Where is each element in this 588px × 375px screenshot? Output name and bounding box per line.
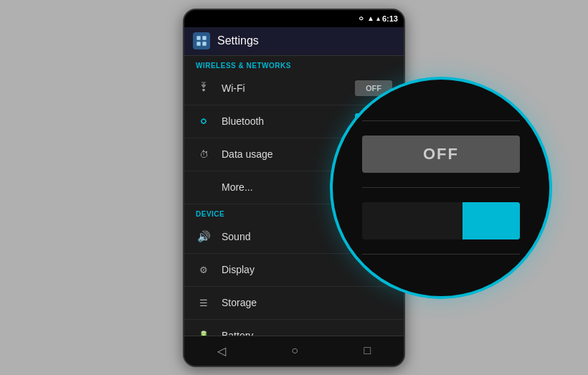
signal-icon: ▲ — [367, 14, 374, 22]
recents-button[interactable]: □ — [353, 338, 383, 363]
svg-rect-2 — [196, 42, 200, 45]
app-header: Settings — [184, 27, 404, 56]
sound-icon: 🔊 — [196, 230, 212, 243]
bluetooth-status-icon: ⭘ — [358, 14, 365, 22]
screenshot-container: ⭘ ▲ ▴ 6:13 Settings WIRELESS & NETWORKS — [0, 0, 588, 375]
divider-mid — [362, 187, 520, 188]
toggle-on-inner: ON — [362, 202, 520, 239]
data-usage-icon: ⏱ — [196, 149, 212, 160]
setting-item-battery[interactable]: 🔋 Battery — [184, 320, 404, 336]
section-wireless-header: WIRELESS & NETWORKS — [184, 56, 404, 72]
setting-item-storage[interactable]: ☰ Storage — [184, 287, 404, 320]
bluetooth-label: Bluetooth — [222, 115, 355, 127]
back-button[interactable]: ◁ — [206, 338, 237, 364]
battery-icon: 🔋 — [196, 331, 212, 336]
bluetooth-icon: ⭘ — [196, 115, 212, 127]
status-time: 6:13 — [382, 14, 398, 23]
divider-top — [362, 120, 520, 121]
storage-icon: ☰ — [196, 298, 212, 308]
display-icon: ⚙ — [196, 265, 212, 275]
toggle-off-label: OFF — [423, 145, 459, 163]
nav-bar: ◁ ○ □ — [184, 336, 404, 366]
status-bar: ⭘ ▲ ▴ 6:13 — [184, 10, 404, 27]
status-icons: ⭘ ▲ ▴ 6:13 — [358, 14, 398, 23]
app-title: Settings — [217, 34, 259, 47]
wifi-status-icon: ▴ — [376, 14, 380, 22]
home-button[interactable]: ○ — [280, 338, 310, 363]
toggle-on-display[interactable]: ON — [362, 202, 520, 239]
toggle-circle-overlay: OFF ON — [330, 77, 552, 299]
svg-rect-3 — [202, 42, 206, 45]
wifi-label: Wi-Fi — [222, 82, 355, 94]
svg-rect-1 — [202, 36, 206, 39]
svg-rect-0 — [196, 36, 200, 39]
divider-bottom — [362, 254, 520, 255]
wifi-icon — [196, 82, 212, 95]
toggle-off-display[interactable]: OFF — [362, 136, 520, 173]
toggle-on-label: ON — [463, 202, 520, 239]
battery-label: Battery — [222, 330, 392, 336]
settings-icon — [193, 32, 210, 49]
storage-label: Storage — [222, 297, 392, 308]
